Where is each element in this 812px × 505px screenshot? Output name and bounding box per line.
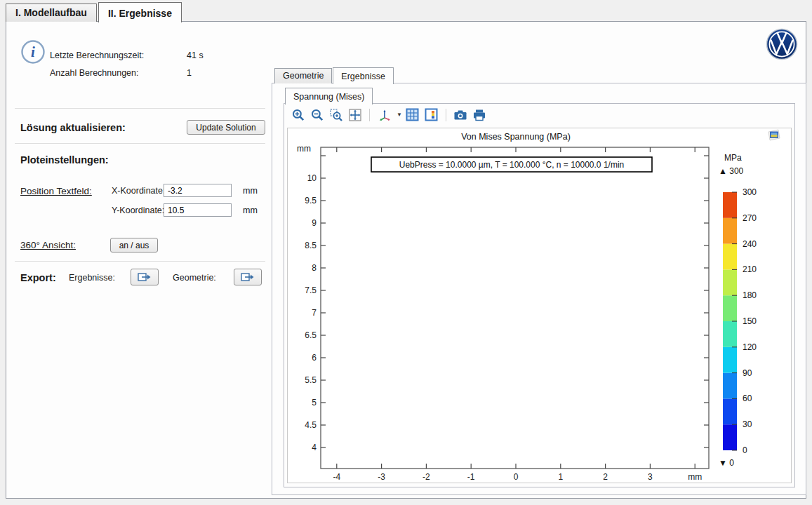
svg-text:210: 210 [743,264,757,274]
plot-settings-heading: Ploteinstellungen: [20,154,109,166]
last-computation-value: 41 s [187,50,204,60]
color-legend-icon[interactable] [423,107,440,123]
svg-text:8: 8 [312,263,317,273]
svg-text:6: 6 [312,353,317,363]
svg-text:60: 60 [743,393,752,403]
divider [15,261,265,262]
stress-contour-field [340,166,691,462]
svg-text:6.5: 6.5 [305,330,317,340]
graphics-tabstrip: Geometrie Ergebnisse [274,67,394,83]
svg-text:0: 0 [743,445,747,455]
update-solution-label: Lösung aktualisieren: [20,122,126,133]
svg-text:2: 2 [603,472,608,482]
tab-ergebnisse[interactable]: II. Ergebnisse [98,2,182,22]
svg-text:-4: -4 [333,472,340,482]
svg-text:5: 5 [312,398,317,408]
grid-icon[interactable] [404,107,421,123]
x-coordinate-label: X-Koordinate: [112,186,165,196]
svg-text:300: 300 [743,187,757,197]
app-window: i Letzte Berechnungszeit: 41 s Anzahl Be… [6,21,806,499]
svg-text:▲ 300: ▲ 300 [719,166,744,176]
svg-text:7: 7 [312,308,317,318]
y-coordinate-input[interactable] [164,203,232,217]
svg-text:-1: -1 [467,472,475,482]
zoom-in-icon[interactable] [290,107,307,123]
teardrop-hole [635,203,670,256]
teardrop-hole [361,203,397,256]
plot-title: Von Mises Spannung (MPa) [461,132,571,142]
svg-text:0: 0 [514,472,519,482]
y-unit-label: mm [243,206,258,215]
tab-spannung-mises[interactable]: Spannung (Mises) [285,88,373,105]
plot-canvas[interactable]: Von Mises Spannung (MPa) UebPress = 10.0… [287,128,792,483]
graphics-toolbar: ▼ [290,105,488,124]
svg-text:7.5: 7.5 [305,285,317,295]
computation-count-value: 1 [187,68,192,78]
contour-plot: Von Mises Spannung (MPa) UebPress = 10.0… [288,128,791,483]
tab-geometrie[interactable]: Geometrie [274,68,332,83]
svg-text:150: 150 [743,316,757,326]
flux-barrier-hole [545,310,613,387]
y-coordinate-label: Y-Koordinate: [112,206,164,215]
zoom-out-icon[interactable] [309,107,326,123]
svg-text:-2: -2 [422,472,430,482]
export-results-label: Ergebnisse: [69,273,115,283]
x-coordinate-input[interactable] [164,184,232,197]
svg-text:MPa: MPa [724,153,742,163]
svg-text:mm: mm [688,472,702,482]
export-geometry-label: Geometrie: [173,273,216,283]
svg-text:-3: -3 [378,472,385,482]
axis-ticks [321,147,709,469]
plot-annotation-text: UebPress = 10.0000 µm, T = 100.000 °C, n… [399,160,624,170]
update-solution-button[interactable]: Update Solution [187,120,265,135]
view-orientation-dropdown-icon[interactable]: ▼ [397,112,402,118]
svg-text:120: 120 [743,342,757,352]
svg-text:9.5: 9.5 [305,196,317,206]
svg-text:1: 1 [558,472,563,482]
computation-count-label: Anzahl Berechnungen: [50,68,138,78]
internal-arc-line [430,403,601,419]
zoom-extents-icon[interactable] [347,107,364,123]
main-tabstrip: I. Modellaufbau II. Ergebnisse [6,2,183,22]
axis-tick-labels: -4-3-2-10123mm109.598.587.576.565.554.54 [305,173,702,482]
camera-icon[interactable] [452,107,469,123]
svg-text:i: i [31,43,35,60]
divider [15,108,265,109]
info-icon: i [20,39,46,65]
svg-text:4: 4 [312,443,317,452]
svg-text:9: 9 [312,218,317,228]
view-orientation-icon[interactable] [375,107,395,123]
export-heading: Export: [20,272,56,283]
last-computation-label: Letzte Berechnungszeit: [50,50,144,60]
svg-text:90: 90 [743,368,752,378]
tab-modellaufbau[interactable]: I. Modellaufbau [6,4,97,22]
colorbar [723,192,737,450]
svg-text:3: 3 [648,472,653,482]
detach-plot-icon[interactable] [768,130,780,140]
svg-text:4.5: 4.5 [305,420,317,430]
axes-frame [321,147,709,469]
tab-ergebnisse-graphics[interactable]: Ergebnisse [333,67,394,84]
view-360-toggle-button[interactable]: an / aus [110,238,158,252]
zoom-box-icon[interactable] [328,107,345,123]
divider [15,143,265,144]
export-icon [241,272,255,282]
print-icon[interactable] [471,107,488,123]
svg-text:30: 30 [743,419,752,429]
rotor-sector-outline [340,166,692,462]
svg-text:10: 10 [307,173,317,183]
svg-text:180: 180 [743,290,757,300]
export-icon [138,272,152,282]
y-axis-unit-label: mm [297,144,311,154]
export-results-button[interactable] [131,269,159,285]
toolbar-separator [369,109,370,121]
vw-logo [766,28,798,60]
svg-text:▼ 0: ▼ 0 [719,458,734,468]
toolbar-separator [446,109,446,121]
magnet-slot-highlight [400,226,631,262]
svg-text:8.5: 8.5 [305,241,317,250]
svg-text:240: 240 [743,239,757,249]
view-360-label: 360° Ansicht: [20,240,76,250]
x-unit-label: mm [243,186,258,196]
export-geometry-button[interactable] [234,269,262,285]
